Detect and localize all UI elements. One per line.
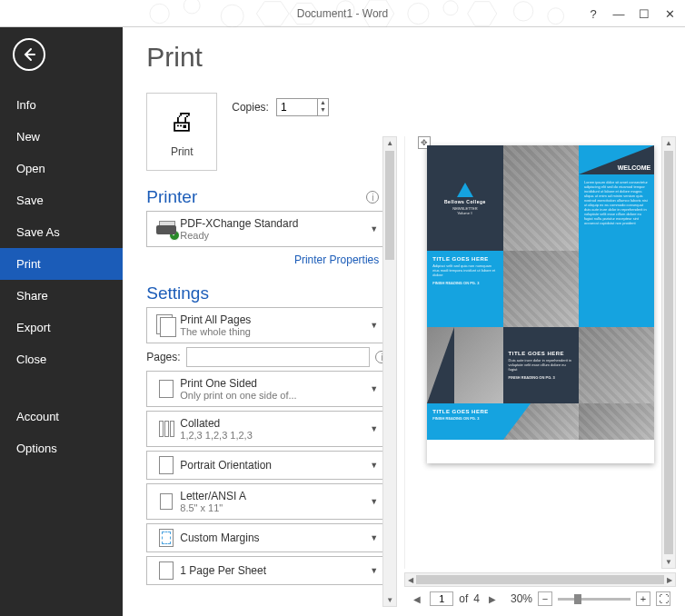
scroll-right-icon[interactable]: ▶ — [664, 576, 675, 584]
help-button[interactable]: ? — [581, 5, 605, 23]
page-title: Print — [146, 42, 388, 73]
preview-image — [579, 327, 654, 403]
print-button-label: Print — [171, 145, 194, 158]
sidebar-item-share[interactable]: Share — [0, 280, 123, 312]
svg-point-0 — [150, 4, 169, 23]
zoom-out-button[interactable]: − — [538, 591, 552, 606]
sidebar-item-account[interactable]: Account — [0, 401, 123, 432]
print-range-title: Print All Pages — [180, 313, 366, 326]
collate-dropdown[interactable]: Collated 1,2,3 1,2,3 1,2,3 ▼ — [146, 411, 388, 447]
preview-image — [503, 251, 579, 327]
next-page-button[interactable]: ▶ — [485, 594, 500, 604]
chevron-down-icon: ▼ — [366, 566, 382, 575]
sidebar-item-print[interactable]: Print — [0, 248, 123, 280]
svg-point-11 — [548, 8, 564, 25]
margins-dropdown[interactable]: Custom Margins ▼ — [146, 523, 388, 552]
chevron-down-icon: ▼ — [366, 424, 382, 433]
collated-icon — [153, 421, 180, 437]
chevron-down-icon: ▼ — [366, 461, 382, 470]
scroll-thumb[interactable] — [385, 151, 394, 260]
scroll-up-icon[interactable]: ▲ — [665, 137, 672, 149]
page-number-input[interactable] — [430, 591, 453, 606]
back-arrow-icon — [21, 46, 37, 63]
margins-title: Custom Margins — [180, 532, 366, 544]
paper-sub: 8.5" x 11" — [180, 502, 366, 513]
preview-footer: ◀ of 4 ▶ 30% − + ⛶ — [404, 587, 676, 611]
scroll-thumb[interactable] — [664, 151, 673, 554]
logo-icon — [455, 181, 475, 199]
zoom-level: 30% — [511, 592, 532, 605]
sides-dropdown[interactable]: Print One Sided Only print on one side o… — [146, 371, 388, 407]
masthead-title: Bellows College — [444, 199, 486, 204]
copies-label: Copies: — [232, 101, 269, 114]
sidebar-item-options[interactable]: Options — [0, 432, 123, 464]
zoom-slider-thumb[interactable] — [574, 594, 581, 604]
settings-heading: Settings — [146, 283, 209, 303]
sidebar-item-save[interactable]: Save — [0, 184, 123, 216]
preview-image — [503, 145, 579, 251]
welcome-tile: WELCOME — [579, 145, 654, 174]
copies-down-button[interactable]: ▼ — [318, 106, 328, 114]
svg-point-7 — [408, 3, 429, 24]
orientation-title: Portrait Orientation — [180, 459, 366, 472]
sidebar-item-saveas[interactable]: Save As — [0, 216, 123, 248]
scroll-up-icon[interactable]: ▲ — [386, 137, 393, 149]
scroll-left-icon[interactable]: ◀ — [405, 576, 416, 584]
backstage-sidebar: Info New Open Save Save As Print Share E… — [0, 27, 123, 616]
settings-scrollbar[interactable]: ▲ ▼ — [382, 136, 397, 607]
close-button[interactable]: ✕ — [658, 5, 681, 23]
preview-image — [427, 327, 502, 403]
preview-horizontal-scrollbar[interactable]: ◀ ▶ — [404, 572, 676, 587]
title-tile-1: TITLE GOES HERE Adipisci velit sed quia … — [427, 251, 502, 327]
orientation-dropdown[interactable]: Portrait Orientation ▼ — [146, 451, 388, 480]
printer-info-icon[interactable]: i — [366, 191, 379, 204]
print-preview-area: ✥ Bellows College NEWSLETTER Volume # WE… — [395, 27, 685, 616]
zoom-slider[interactable] — [558, 598, 630, 601]
tile-heading: TITLE GOES HERE — [509, 351, 565, 356]
scroll-down-icon[interactable]: ▼ — [665, 556, 672, 568]
total-pages: 4 — [473, 592, 480, 605]
pages-icon — [153, 314, 180, 336]
preview-image — [503, 403, 579, 440]
copies-up-button[interactable]: ▲ — [318, 99, 328, 106]
back-button[interactable] — [13, 38, 45, 71]
sidebar-item-open[interactable]: Open — [0, 153, 123, 184]
prev-page-button[interactable]: ◀ — [410, 594, 424, 604]
printer-dropdown[interactable]: PDF-XChange Standard Ready ▼ — [146, 211, 388, 247]
pages-input[interactable] — [186, 347, 371, 367]
sidebar-item-info[interactable]: Info — [0, 89, 123, 121]
preview-vertical-scrollbar[interactable]: ▲ ▼ — [661, 136, 676, 569]
printer-status: Ready — [180, 230, 366, 241]
printer-icon: 🖨 — [169, 106, 194, 136]
scroll-down-icon[interactable]: ▼ — [386, 594, 393, 606]
printer-properties-link[interactable]: Printer Properties — [294, 253, 379, 266]
zoom-in-button[interactable]: + — [636, 591, 650, 606]
continue-label: FINISH READING ON PG. 3 — [509, 375, 555, 380]
sidebar-item-new[interactable]: New — [0, 121, 123, 153]
copies-input[interactable] — [277, 99, 317, 115]
print-range-dropdown[interactable]: Print All Pages The whole thing ▼ — [146, 307, 388, 343]
maximize-button[interactable]: ☐ — [632, 5, 656, 23]
window-title: Document1 - Word — [297, 7, 388, 20]
paper-size-icon — [153, 493, 180, 510]
one-sided-icon — [153, 380, 180, 398]
pps-title: 1 Page Per Sheet — [180, 564, 366, 577]
svg-point-10 — [513, 2, 532, 21]
minimize-button[interactable]: — — [607, 5, 630, 23]
pages-per-sheet-dropdown[interactable]: 1 Page Per Sheet ▼ — [146, 556, 388, 585]
scroll-thumb[interactable] — [416, 575, 664, 584]
paper-size-dropdown[interactable]: Letter/ANSI A 8.5" x 11" ▼ — [146, 483, 388, 520]
continue-label: FINISH READING ON PG. 3 — [432, 281, 497, 285]
svg-marker-3 — [256, 2, 289, 26]
print-button[interactable]: 🖨 Print — [146, 93, 217, 171]
portrait-icon — [153, 456, 180, 474]
zoom-fit-button[interactable]: ⛶ — [656, 591, 670, 606]
sides-sub: Only print on one side of... — [180, 390, 366, 401]
sidebar-item-export[interactable]: Export — [0, 312, 123, 343]
continue-label: FINISH READING ON PG. 3 — [432, 416, 497, 421]
masthead-vol: Volume # — [458, 211, 473, 215]
chevron-down-icon: ▼ — [366, 533, 382, 542]
title-tile-3: TITLE GOES HERE FINISH READING ON PG. 3 — [427, 403, 502, 440]
sidebar-item-close[interactable]: Close — [0, 343, 123, 375]
preview-page: ✥ Bellows College NEWSLETTER Volume # WE… — [427, 145, 654, 463]
